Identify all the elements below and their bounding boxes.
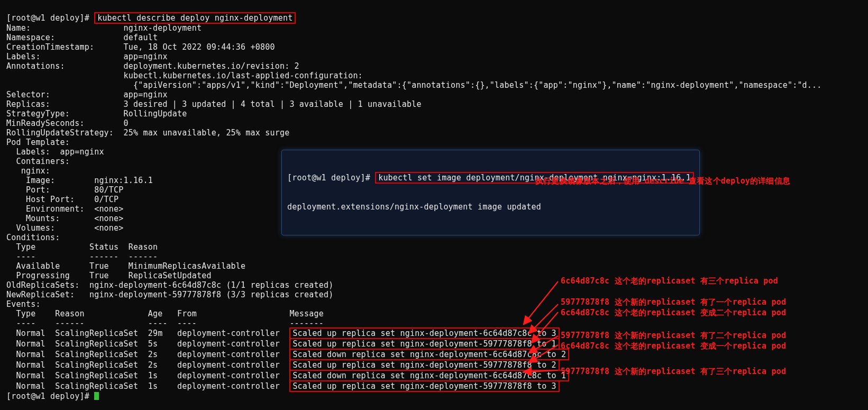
condition-row: Available True MinimumReplicasAvailable [6, 261, 245, 271]
field-value: {"apiVersion":"apps/v1","kind":"Deployme… [124, 80, 822, 90]
field-value: app=nginx [124, 52, 168, 61]
event-row: Normal ScalingReplicaSet 1s deployment-c… [6, 371, 289, 380]
field-value: default [124, 33, 158, 42]
field-name: Labels: [6, 52, 124, 61]
condition-row: Progressing True ReplicaSetUpdated [6, 271, 212, 280]
field-name: MinReadySeconds: [6, 119, 124, 128]
terminal-cursor [94, 392, 99, 400]
field-name: Namespace: [6, 33, 124, 42]
events-header: Events: [6, 299, 41, 309]
field-indent [6, 71, 124, 80]
annotation-text: 59777878f8 这个新的replicaset 有了二个replica po… [561, 331, 786, 340]
field-name: Name: [6, 23, 124, 33]
container-hostport: Host Port: 0/TCP [6, 195, 118, 204]
event-message-highlight: Scaled down replica set nginx-deployment… [289, 370, 569, 381]
callout-command-box: [root@w1 deploy]# kubectl set image depl… [281, 150, 700, 235]
annotation-text: 59777878f8 这个新的replicaset 有了三个replica po… [561, 367, 786, 376]
field-name: StrategyType: [6, 109, 124, 119]
section-header: Pod Template: [6, 138, 70, 147]
shell-prompt: [root@w1 deploy]# [6, 391, 94, 401]
field-value: kubectl.kubernetes.io/last-applied-confi… [124, 71, 363, 80]
old-replicasets: OldReplicaSets: nginx-deployment-6c64d87… [6, 280, 333, 290]
container-mounts: Mounts: <none> [6, 214, 124, 223]
event-message-highlight: Scaled up replica set nginx-deployment-5… [289, 338, 559, 350]
pod-labels-line: Labels: app=nginx [6, 147, 104, 157]
containers-header: Containers: [6, 157, 70, 166]
container-image: Image: nginx:1.16.1 [6, 176, 153, 185]
shell-prompt: [root@w1 deploy]# [6, 13, 94, 23]
annotation-text: 6c64d87c8c 这个老的replicaset 变成一个replica po… [561, 341, 786, 351]
field-value: nginx-deployment [124, 23, 202, 33]
field-indent [6, 80, 124, 90]
field-value: RollingUpdate [124, 109, 187, 119]
field-name: RollingUpdateStrategy: [6, 128, 124, 138]
field-value: 25% max unavailable, 25% max surge [124, 128, 290, 138]
field-value: app=nginx [124, 90, 168, 99]
callout-response: deployment.extensions/nginx-deployment i… [287, 202, 694, 212]
conditions-divider: ---- ------ ------ [6, 252, 158, 261]
event-message-highlight: Scaled up replica set nginx-deployment-5… [289, 380, 559, 392]
shell-prompt: [root@w1 deploy]# [287, 173, 375, 183]
terminal-output[interactable]: [root@w1 deploy]# kubectl describe deplo… [0, 0, 868, 410]
events-divider: ---- ------ ---- ---- ------- [6, 318, 324, 328]
event-row: Normal ScalingReplicaSet 29m deployment-… [6, 329, 289, 338]
container-name: nginx: [6, 166, 50, 176]
event-row: Normal ScalingReplicaSet 2s deployment-c… [6, 350, 289, 359]
event-row: Normal ScalingReplicaSet 5s deployment-c… [6, 339, 289, 349]
svg-line-0 [524, 281, 558, 324]
field-value: Tue, 18 Oct 2022 09:44:36 +0800 [124, 42, 275, 52]
events-columns: Type Reason Age From Message [6, 309, 324, 318]
event-row: Normal ScalingReplicaSet 2s deployment-c… [6, 360, 289, 370]
annotation-text: 6c64d87c8c 这个老的replicaset 变成二个replica po… [561, 308, 786, 317]
event-message-highlight: Scaled up replica set nginx-deployment-6… [289, 327, 559, 339]
field-name: Replicas: [6, 99, 124, 109]
annotation-text: 6c64d87c8c 这个老的replicaset 有三个replica pod [561, 276, 778, 286]
container-env: Environment: <none> [6, 204, 124, 214]
event-row: Normal ScalingReplicaSet 1s deployment-c… [6, 381, 289, 391]
field-name: CreationTimestamp: [6, 42, 124, 52]
conditions-columns: Type Status Reason [6, 242, 158, 252]
field-name: Annotations: [6, 61, 124, 71]
event-message-highlight: Scaled up replica set nginx-deployment-5… [289, 359, 559, 371]
volumes: Volumes: <none> [6, 223, 124, 233]
event-message-highlight: Scaled down replica set nginx-deployment… [289, 349, 569, 360]
annotation-text: 执行更换镜像版本之后，使用 describe 查看这个deploy的详细信息 [535, 176, 790, 186]
field-value: 3 desired | 3 updated | 4 total | 3 avai… [124, 99, 422, 109]
field-name: Selector: [6, 90, 124, 99]
field-value: 0 [124, 119, 129, 128]
conditions-header: Conditions: [6, 233, 60, 242]
annotation-text: 59777878f8 这个新的replicaset 有了一个replica po… [561, 297, 786, 307]
field-value: deployment.kubernetes.io/revision: 2 [124, 61, 299, 71]
new-replicaset: NewReplicaSet: nginx-deployment-59777878… [6, 290, 333, 299]
command-highlight-box: kubectl describe deploy nginx-deployment [94, 12, 296, 24]
container-port: Port: 80/TCP [6, 185, 124, 195]
